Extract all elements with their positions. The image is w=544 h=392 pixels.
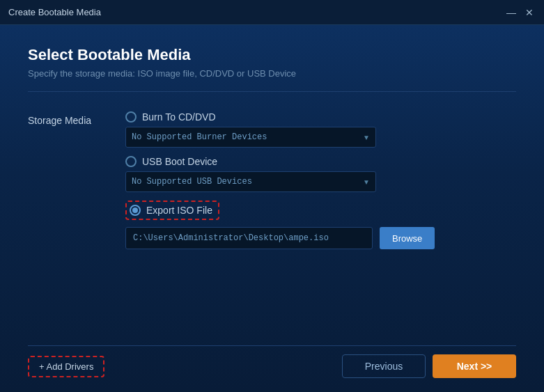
content-area: Storage Media Burn To CD/DVD No Supporte… [28, 111, 516, 345]
dialog-body: Select Bootable Media Specify the storag… [0, 25, 544, 392]
title-bar-controls: — ✕ [505, 6, 536, 19]
title-bar-text: Create Bootable Media [8, 7, 101, 17]
usb-radio[interactable] [125, 156, 137, 167]
navigation-buttons: Previous Next >> [342, 354, 516, 378]
iso-radio[interactable] [130, 205, 141, 216]
iso-radio-label[interactable]: Export ISO File [130, 205, 212, 216]
iso-file-row: Browse [125, 227, 516, 249]
usb-dropdown-value: No Supported USB Devices [132, 177, 363, 187]
label-column: Storage Media [28, 111, 125, 345]
usb-dropdown-arrow: ▼ [363, 178, 370, 186]
page-title: Select Bootable Media [28, 46, 516, 64]
browse-button[interactable]: Browse [380, 227, 435, 249]
cd-dvd-dropdown[interactable]: No Supported Burner Devices ▼ [125, 127, 376, 148]
storage-media-label: Storage Media [28, 115, 91, 126]
cd-dvd-option-row: Burn To CD/DVD No Supported Burner Devic… [125, 111, 516, 148]
usb-option-row: USB Boot Device No Supported USB Devices… [125, 156, 516, 192]
cd-dvd-label: Burn To CD/DVD [142, 111, 216, 123]
section-divider [28, 91, 516, 92]
minimize-button[interactable]: — [505, 6, 518, 19]
page-subtitle: Specify the storage media: ISO image fil… [28, 68, 516, 79]
close-button[interactable]: ✕ [523, 6, 536, 19]
add-drivers-button[interactable]: + Add Drivers [28, 356, 104, 377]
usb-dropdown[interactable]: No Supported USB Devices ▼ [125, 171, 376, 192]
export-iso-highlight: Export ISO File [125, 201, 219, 220]
usb-label: USB Boot Device [142, 156, 217, 167]
title-bar: Create Bootable Media — ✕ [0, 0, 544, 25]
iso-label: Export ISO File [146, 205, 212, 216]
options-column: Burn To CD/DVD No Supported Burner Devic… [125, 111, 516, 345]
footer: + Add Drivers Previous Next >> [28, 345, 516, 378]
cd-dvd-radio[interactable] [125, 111, 137, 123]
cd-dvd-radio-label[interactable]: Burn To CD/DVD [125, 111, 516, 123]
iso-option-row: Export ISO File Browse [125, 201, 516, 249]
cd-dvd-dropdown-arrow: ▼ [363, 134, 370, 141]
previous-button[interactable]: Previous [342, 354, 426, 378]
cd-dvd-dropdown-value: No Supported Burner Devices [132, 132, 363, 142]
next-button[interactable]: Next >> [433, 354, 516, 378]
usb-radio-label[interactable]: USB Boot Device [125, 156, 516, 167]
iso-file-input[interactable] [125, 227, 373, 249]
